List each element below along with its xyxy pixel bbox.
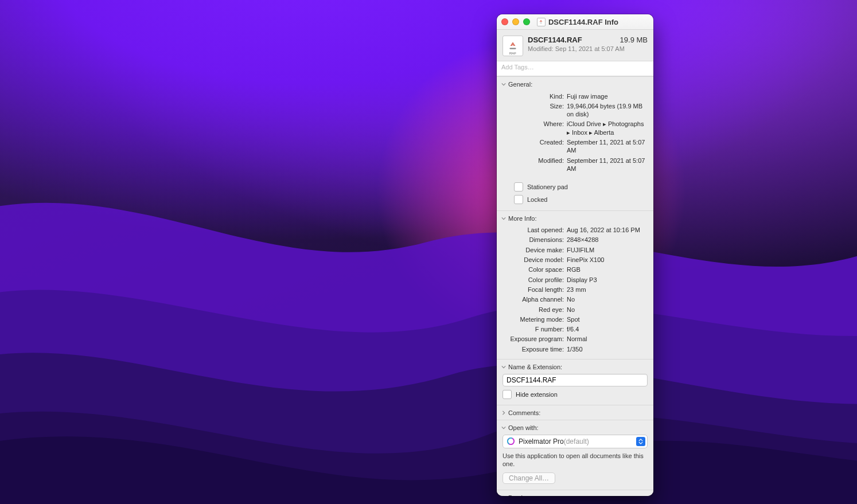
focal-length-label: Focal length: [502,286,564,294]
svg-rect-0 [509,48,516,49]
modified-label: Modified: [502,157,564,165]
section-preview-label: Preview: [508,494,532,496]
kind-value: Fuji raw image [567,92,648,100]
header-subtitle: Modified: Sep 11, 2021 at 5:07 AM [528,45,648,52]
section-name-extension[interactable]: Name & Extension: [497,359,653,374]
device-model-value: FinePix X100 [567,256,648,264]
kind-label: Kind: [502,92,564,100]
section-open-with[interactable]: Open with: [497,420,653,435]
header-filesize: 19.9 MB [620,36,648,44]
chevron-down-icon [501,425,506,430]
change-all-button[interactable]: Change All… [502,472,555,484]
device-make-value: FUJIFILM [567,246,648,254]
chevron-down-icon [501,82,506,87]
hide-extension-label: Hide extension [516,391,558,398]
alpha-channel-value: No [567,295,648,303]
checkbox-icon [502,390,512,399]
open-with-app-name: Pixelmator Pro [519,437,564,446]
dimensions-label: Dimensions: [502,236,564,244]
locked-label: Locked [527,196,547,203]
size-value: 19,946,064 bytes (19.9 MB on disk) [567,102,648,119]
color-profile-value: Display P3 [567,276,648,284]
get-info-window: DSCF1144.RAF Info RAF DSCF1144.RAF 19.9 … [497,14,653,496]
checkbox-icon [514,182,523,192]
general-body: Kind:Fuji raw image Size:19,946,064 byte… [497,91,653,178]
dimensions-value: 2848×4288 [567,236,648,244]
file-thumbnail: RAF [502,36,523,56]
exposure-time-label: Exposure time: [502,345,564,353]
header-filename: DSCF1144.RAF [528,36,582,44]
created-label: Created: [502,138,564,146]
created-value: September 11, 2021 at 5:07 AM [567,138,648,155]
titlebar[interactable]: DSCF1144.RAF Info [497,14,653,30]
tags-field[interactable]: Add Tags… [497,61,653,76]
section-general[interactable]: General: [497,76,653,91]
modified-value: September 11, 2021 at 5:07 AM [567,157,648,173]
raf-file-icon [537,18,546,26]
pixelmator-icon [507,437,515,446]
f-number-value: f/6.4 [567,325,648,333]
device-model-label: Device model: [502,256,564,264]
last-opened-label: Last opened: [502,226,564,234]
locked-checkbox[interactable]: Locked [514,193,648,206]
f-number-label: F number: [502,325,564,333]
section-comments-label: Comments: [508,409,540,416]
chevron-down-icon [501,216,506,221]
red-eye-value: No [567,306,648,314]
more-info-body: Last opened:Aug 16, 2022 at 10:16 PM Dim… [497,225,653,359]
color-profile-label: Color profile: [502,276,564,284]
stationery-pad-checkbox[interactable]: Stationery pad [514,181,648,193]
updown-icon [636,437,645,446]
open-with-default-suffix: (default) [564,437,589,446]
section-more-info-label: More Info: [508,215,537,222]
section-more-info[interactable]: More Info: [497,210,653,225]
chevron-right-icon [501,411,506,415]
open-with-select[interactable]: Pixelmator Pro (default) [502,435,648,448]
open-with-help: Use this application to open all documen… [502,452,648,468]
checkbox-icon [514,195,523,204]
hide-extension-checkbox[interactable]: Hide extension [502,386,648,399]
section-open-with-label: Open with: [508,424,539,431]
header: RAF DSCF1144.RAF 19.9 MB Modified: Sep 1… [497,30,653,61]
exposure-time-value: 1/350 [567,345,648,353]
color-space-label: Color space: [502,265,564,274]
chevron-down-icon [501,365,506,369]
metering-mode-label: Metering mode: [502,315,564,323]
metering-mode-value: Spot [567,315,648,323]
focal-length-value: 23 mm [567,286,648,294]
red-eye-label: Red eye: [502,306,564,314]
exposure-program-label: Exposure program: [502,335,564,343]
exposure-program-value: Normal [567,335,648,343]
last-opened-value: Aug 16, 2022 at 10:16 PM [567,226,648,234]
alpha-channel-label: Alpha channel: [502,295,564,303]
section-preview[interactable]: Preview: [497,490,653,496]
chevron-right-icon [501,495,506,496]
size-label: Size: [502,102,564,110]
stationery-pad-label: Stationery pad [527,183,568,190]
where-label: Where: [502,120,564,128]
window-title: DSCF1144.RAF Info [507,18,649,26]
section-general-label: General: [508,81,532,88]
section-name-extension-label: Name & Extension: [508,364,562,370]
device-make-label: Device make: [502,246,564,254]
where-value: iCloud Drive ▸ Photographs ▸ Inbox ▸ Alb… [567,120,648,136]
wall-wave-5 [0,310,857,504]
color-space-value: RGB [567,265,648,274]
filename-input[interactable] [502,374,648,386]
section-comments[interactable]: Comments: [497,405,653,420]
